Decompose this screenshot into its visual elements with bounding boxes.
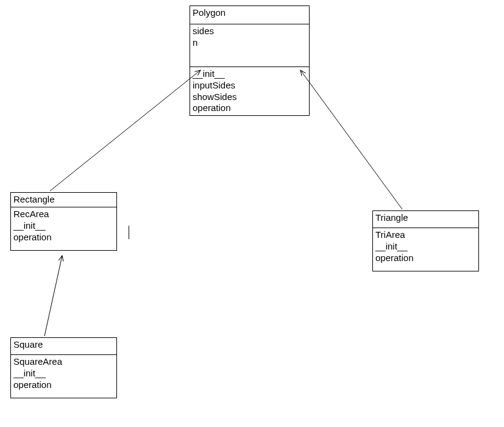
class-name: Square	[11, 338, 116, 355]
attribute: n	[193, 37, 307, 49]
method: inputSides	[193, 80, 307, 92]
attribute: sides	[193, 26, 307, 37]
method: showSides	[193, 92, 307, 103]
class-attributes: sides n	[190, 24, 309, 67]
method: RecArea	[13, 209, 114, 220]
arrow-triangle-to-polygon	[300, 70, 402, 209]
method: operation	[13, 379, 114, 391]
method: __init__	[13, 220, 114, 232]
method: operation	[13, 232, 114, 243]
class-methods: TriArea __init__ operation	[373, 228, 478, 271]
class-box-triangle: Triangle TriArea __init__ operation	[372, 210, 479, 271]
class-name: Triangle	[373, 211, 478, 228]
arrow-square-to-rectangle	[44, 256, 62, 336]
class-methods: RecArea __init__ operation	[11, 207, 116, 250]
text-cursor-icon	[129, 226, 129, 239]
class-methods: __init__ inputSides showSides operation	[190, 67, 309, 115]
method: SquareArea	[13, 356, 114, 368]
class-methods: SquareArea __init__ operation	[11, 355, 116, 398]
class-box-polygon: Polygon sides n __init__ inputSides show…	[190, 5, 310, 116]
arrow-rectangle-to-polygon	[50, 70, 201, 191]
class-name: Rectangle	[11, 193, 116, 207]
method: __init__	[375, 241, 476, 253]
method: __init__	[13, 368, 114, 379]
class-box-square: Square SquareArea __init__ operation	[10, 337, 117, 398]
method: operation	[375, 253, 476, 264]
class-name: Polygon	[190, 6, 309, 24]
method: __init__	[193, 68, 307, 80]
method: TriArea	[375, 229, 476, 241]
class-box-rectangle: Rectangle RecArea __init__ operation	[10, 192, 117, 251]
method: operation	[193, 102, 307, 114]
